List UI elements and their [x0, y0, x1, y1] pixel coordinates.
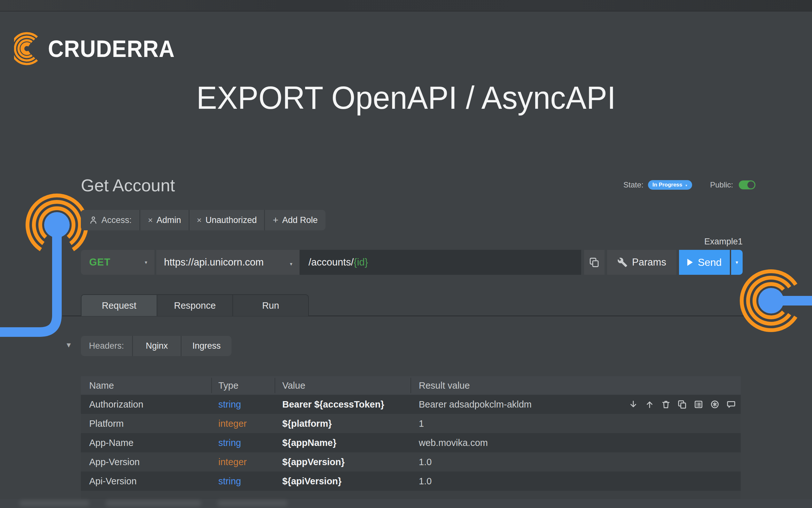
- request-url-bar: GET https://api.unicorn.com /accounts/{i…: [81, 250, 743, 275]
- table-row[interactable]: App-Version integer ${appVersion} 1.0: [81, 452, 741, 471]
- headers-bar: Headers: Nginx Ingress: [81, 336, 232, 356]
- table-row-partial[interactable]: Accept-Language string ${acceptLanguage}: [81, 491, 741, 499]
- headers-option-ingress[interactable]: Ingress: [181, 336, 232, 356]
- cell-value[interactable]: ${apiVersion}: [275, 471, 411, 491]
- comment-icon: [726, 399, 736, 409]
- state-badge[interactable]: In Progress: [648, 180, 692, 190]
- cell-type: string: [212, 471, 275, 491]
- tab-request[interactable]: Request: [82, 295, 157, 316]
- col-type: Type: [212, 376, 275, 395]
- state-label: State:: [623, 180, 643, 189]
- cell-result: 1.0: [411, 471, 741, 491]
- remove-icon[interactable]: [197, 215, 202, 225]
- top-window-bar: [0, 0, 812, 11]
- tab-responce[interactable]: Responce: [157, 295, 232, 316]
- asterisk-circle-icon: [710, 399, 720, 409]
- toggle-knob: [748, 181, 755, 188]
- col-result: Result value: [411, 376, 741, 395]
- cell-name: App-Version: [81, 452, 212, 471]
- chevron-down-icon: [289, 257, 293, 268]
- cell-type: string: [212, 433, 275, 452]
- endpoint-title: Get Account: [81, 175, 175, 195]
- person-icon: [89, 215, 98, 225]
- base-url-select[interactable]: https://api.unicorn.com: [156, 250, 299, 275]
- cell-type: string: [212, 395, 275, 414]
- method-select[interactable]: GET: [81, 250, 154, 275]
- table-row[interactable]: Platform integer ${platform} 1: [81, 414, 741, 433]
- headers-label: Headers:: [81, 336, 132, 356]
- cell-value[interactable]: ${platform}: [275, 414, 411, 433]
- page-title: EXPORT OpenAPI / AsyncAPI: [0, 77, 812, 118]
- cell-value[interactable]: ${appVersion}: [275, 452, 411, 471]
- arrow-down-icon: [628, 399, 638, 409]
- brand-name: CRUDERRA: [48, 35, 175, 62]
- tab-run[interactable]: Run: [232, 295, 308, 316]
- public-label: Public:: [710, 180, 733, 189]
- comment-button[interactable]: [726, 399, 736, 410]
- right-connector-graphic: [732, 262, 812, 345]
- cell-type: integer: [212, 452, 275, 471]
- col-value: Value: [275, 376, 411, 395]
- add-role-button[interactable]: Add Role: [264, 210, 326, 230]
- bottom-edge-band: [0, 499, 812, 508]
- col-name: Name: [81, 376, 212, 395]
- access-bar: Access: Admin Unauthorized Add Role: [81, 210, 326, 230]
- headers-table: Name Type Value Result value Authorizati…: [81, 376, 741, 499]
- cruderra-logo-icon: [14, 31, 41, 66]
- copy-icon: [677, 399, 687, 409]
- cell-value[interactable]: ${appName}: [275, 433, 411, 452]
- wrench-icon: [617, 257, 627, 267]
- public-toggle[interactable]: [739, 180, 755, 189]
- access-label-segment: Access:: [81, 210, 139, 230]
- role-chip-admin[interactable]: Admin: [139, 210, 189, 230]
- cell-value[interactable]: Bearer ${accessToken}: [275, 395, 411, 414]
- table-row[interactable]: Api-Version string ${apiVersion} 1.0: [81, 471, 741, 491]
- row-details-button[interactable]: [694, 399, 704, 410]
- move-down-button[interactable]: [628, 399, 638, 410]
- state-row: State: In Progress Public:: [623, 178, 755, 192]
- cell-name: Authorization: [81, 395, 212, 414]
- send-options-button[interactable]: [731, 250, 743, 275]
- table-row[interactable]: Authorization string Bearer ${accessToke…: [81, 395, 741, 414]
- table-row[interactable]: App-Name string ${appName} web.movika.co…: [81, 433, 741, 452]
- trash-icon: [661, 399, 671, 409]
- request-tabs: Request Responce Run: [81, 294, 309, 316]
- play-icon: [687, 259, 693, 266]
- row-actions: [628, 399, 736, 410]
- cell-result: 1.0: [411, 452, 741, 471]
- app-screen: CRUDERRA EXPORT OpenAPI / AsyncAPI Get A…: [0, 0, 812, 508]
- cell-result: web.movika.com: [411, 433, 741, 452]
- example-label: Example1: [647, 237, 743, 247]
- send-button[interactable]: Send: [679, 250, 730, 275]
- cell-name: Platform: [81, 414, 212, 433]
- cell-name: Api-Version: [81, 471, 212, 491]
- cell-type: integer: [212, 414, 275, 433]
- arrow-up-icon: [645, 399, 654, 409]
- table-header-row: Name Type Value Result value: [81, 376, 741, 395]
- chevron-down-icon: [685, 182, 688, 188]
- copy-url-button[interactable]: [584, 250, 605, 275]
- cell-result: 1: [411, 414, 741, 433]
- required-toggle-button[interactable]: [710, 399, 720, 410]
- cell-name: App-Name: [81, 433, 212, 452]
- copy-icon: [589, 257, 600, 268]
- duplicate-row-button[interactable]: [677, 399, 687, 410]
- role-chip-unauthorized[interactable]: Unauthorized: [189, 210, 264, 230]
- path-input[interactable]: /accounts/{id}: [299, 250, 581, 275]
- brand: CRUDERRA: [14, 30, 186, 68]
- chevron-down-icon: [735, 259, 739, 265]
- delete-row-button[interactable]: [661, 399, 671, 410]
- move-up-button[interactable]: [644, 399, 655, 410]
- headers-option-nginx[interactable]: Nginx: [132, 336, 181, 356]
- remove-icon[interactable]: [148, 215, 153, 225]
- collapse-chevron-icon[interactable]: [65, 341, 72, 349]
- chevron-down-icon: [144, 259, 148, 265]
- params-button[interactable]: Params: [607, 250, 676, 275]
- details-list-icon: [694, 399, 703, 409]
- plus-icon: [273, 215, 279, 225]
